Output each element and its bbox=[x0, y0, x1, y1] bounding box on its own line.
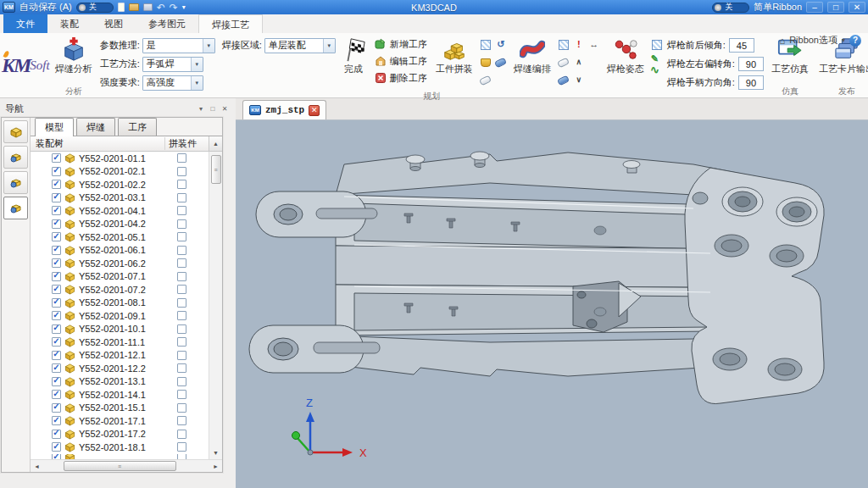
tree-row-partial[interactable]: ✓ bbox=[31, 454, 209, 460]
weld-analysis-button[interactable]: 焊缝分析 bbox=[53, 35, 95, 86]
torch-handle-input[interactable] bbox=[738, 75, 764, 90]
weld-span-button[interactable]: ↔ bbox=[588, 39, 599, 50]
tree-row[interactable]: ✓ Y552-0201-17.2 bbox=[31, 428, 209, 441]
redo-button[interactable]: ↷ bbox=[170, 3, 178, 13]
weld-pattern-button[interactable] bbox=[558, 39, 569, 50]
visibility-checkbox[interactable]: ✓ bbox=[52, 180, 61, 189]
tree-row[interactable]: ✓ Y552-0201-13.1 bbox=[31, 375, 209, 389]
assembly-pattern-button[interactable] bbox=[480, 39, 491, 50]
document-close-icon[interactable]: ✕ bbox=[309, 105, 320, 116]
ribbon-options-label[interactable]: Ribbon选项 bbox=[789, 34, 837, 47]
fill-tool-button[interactable] bbox=[480, 57, 491, 68]
visibility-checkbox[interactable]: ✓ bbox=[52, 416, 61, 425]
scrollbar-thumb[interactable]: ≡ bbox=[211, 155, 221, 184]
panel-close-icon[interactable]: ✕ bbox=[220, 105, 229, 113]
tab-file[interactable]: 文件 bbox=[3, 14, 47, 33]
weld-arrange-button[interactable]: 焊缝编排 bbox=[511, 35, 554, 91]
assembly-part-checkbox[interactable] bbox=[177, 403, 186, 413]
tree-row[interactable]: ✓ Y552-0201-01.1 bbox=[31, 152, 209, 165]
weld-seg-blue-button[interactable] bbox=[558, 75, 569, 86]
add-process-button[interactable]: 新增工序 bbox=[371, 36, 431, 53]
assembly-part-checkbox[interactable] bbox=[177, 153, 186, 163]
visibility-checkbox[interactable]: ✓ bbox=[52, 219, 61, 229]
visibility-checkbox[interactable]: ✓ bbox=[52, 403, 61, 413]
assembly-part-checkbox[interactable] bbox=[177, 219, 186, 229]
assembly-part-checkbox[interactable] bbox=[177, 298, 186, 308]
tree-row[interactable]: ✓ Y552-0201-03.1 bbox=[31, 191, 209, 205]
visibility-checkbox[interactable]: ✓ bbox=[52, 454, 61, 460]
autosave-toggle[interactable]: 关 bbox=[76, 3, 114, 13]
part-assembly-button[interactable]: 工件拼装 bbox=[433, 35, 476, 91]
strip-assembly-button-2[interactable] bbox=[3, 171, 28, 194]
assembly-part-checkbox[interactable] bbox=[177, 430, 186, 439]
viewport-3d[interactable]: Z X bbox=[236, 120, 868, 488]
assembly-part-checkbox[interactable] bbox=[177, 363, 186, 373]
strip-model-button[interactable] bbox=[3, 120, 28, 143]
assembly-part-checkbox[interactable] bbox=[177, 454, 186, 460]
close-button[interactable]: ✕ bbox=[849, 2, 865, 13]
panel-menu-icon[interactable]: ▾ bbox=[197, 105, 205, 113]
tree-row[interactable]: ✓ Y552-0201-04.1 bbox=[31, 204, 209, 218]
tree-row[interactable]: ✓ Y552-0201-17.1 bbox=[31, 414, 209, 428]
tab-model[interactable]: 模型 bbox=[35, 118, 74, 136]
help-button[interactable]: ? bbox=[849, 35, 861, 47]
qat-more-button[interactable]: ▾ bbox=[182, 3, 186, 11]
tree-row[interactable]: ✓ Y552-0201-15.1 bbox=[31, 402, 209, 415]
tree-row[interactable]: ✓ Y552-0201-12.2 bbox=[31, 362, 209, 375]
app-logo-icon[interactable]: KM bbox=[3, 2, 15, 13]
torch-pitch-input[interactable] bbox=[729, 38, 754, 53]
torch-pose-button[interactable]: 焊枪姿态 bbox=[604, 35, 647, 91]
save-button[interactable] bbox=[143, 3, 153, 11]
tree-row[interactable]: ✓ Y552-0201-06.2 bbox=[31, 257, 209, 270]
assembly-part-checkbox[interactable] bbox=[177, 258, 186, 268]
assembly-part-checkbox[interactable] bbox=[177, 311, 186, 320]
weld-alert-button[interactable]: ! bbox=[573, 39, 584, 50]
visibility-checkbox[interactable]: ✓ bbox=[52, 167, 61, 176]
assembly-part-checkbox[interactable] bbox=[177, 351, 186, 360]
assembly-part-checkbox[interactable] bbox=[177, 180, 186, 189]
assembly-part-checkbox[interactable] bbox=[177, 206, 186, 215]
tree-row[interactable]: ✓ Y552-0201-09.1 bbox=[31, 309, 209, 323]
tree-row[interactable]: ✓ Y552-0201-02.1 bbox=[31, 165, 209, 179]
ribbon-options-caret-icon[interactable]: ▾ bbox=[842, 36, 845, 44]
visibility-checkbox[interactable]: ✓ bbox=[52, 324, 61, 334]
visibility-checkbox[interactable]: ✓ bbox=[52, 430, 61, 439]
visibility-checkbox[interactable]: ✓ bbox=[52, 272, 61, 281]
assembly-part-checkbox[interactable] bbox=[177, 285, 186, 294]
tab-process[interactable]: 工序 bbox=[118, 118, 157, 136]
scroll-down-button[interactable]: ▼ bbox=[211, 447, 221, 458]
tree-row[interactable]: ✓ Y552-0201-08.1 bbox=[31, 297, 209, 310]
assembly-part-checkbox[interactable] bbox=[177, 390, 186, 399]
visibility-checkbox[interactable]: ✓ bbox=[52, 232, 61, 241]
tab-reference[interactable]: 参考图元 bbox=[136, 14, 198, 33]
tree-row[interactable]: ✓ Y552-0201-06.1 bbox=[31, 244, 209, 258]
visibility-checkbox[interactable]: ✓ bbox=[52, 337, 61, 347]
minimize-button[interactable]: – bbox=[806, 2, 823, 13]
assembly-part-checkbox[interactable] bbox=[177, 232, 186, 241]
panel-pin-icon[interactable]: □ bbox=[209, 105, 217, 113]
scroll-left-button[interactable]: ◄ bbox=[31, 463, 43, 469]
home-icon[interactable]: ⌂ bbox=[779, 36, 785, 46]
visibility-checkbox[interactable]: ✓ bbox=[52, 246, 61, 255]
torch-path-button[interactable]: ∿ bbox=[649, 64, 660, 75]
process-method-select[interactable]: 手弧焊 ▾ bbox=[142, 57, 203, 72]
tree-header-assembly[interactable]: 装配树 bbox=[31, 137, 164, 150]
simple-ribbon-toggle[interactable]: 关 bbox=[712, 3, 749, 13]
tree-row[interactable]: ✓ Y552-0201-07.2 bbox=[31, 283, 209, 297]
tree-row[interactable]: ✓ Y552-0201-12.1 bbox=[31, 349, 209, 363]
weld-seg-white-button[interactable] bbox=[558, 57, 569, 68]
visibility-checkbox[interactable]: ✓ bbox=[52, 193, 61, 202]
tab-assembly[interactable]: 装配 bbox=[47, 14, 92, 33]
strength-req-select[interactable]: 高强度 ▾ bbox=[142, 75, 203, 91]
move-up-button[interactable]: ∧ bbox=[573, 57, 584, 68]
scrollbar-thumb[interactable]: ≡ bbox=[64, 461, 176, 471]
visibility-checkbox[interactable]: ✓ bbox=[52, 363, 61, 373]
scroll-right-button[interactable]: ► bbox=[209, 463, 222, 469]
visibility-checkbox[interactable]: ✓ bbox=[52, 390, 61, 399]
visibility-checkbox[interactable]: ✓ bbox=[52, 351, 61, 360]
tree-row[interactable]: ✓ Y552-0201-02.2 bbox=[31, 178, 209, 191]
visibility-checkbox[interactable]: ✓ bbox=[52, 311, 61, 320]
visibility-checkbox[interactable]: ✓ bbox=[52, 442, 61, 452]
scroll-up-button[interactable]: ▲ bbox=[209, 136, 222, 151]
torch-yaw-input[interactable] bbox=[738, 57, 764, 71]
